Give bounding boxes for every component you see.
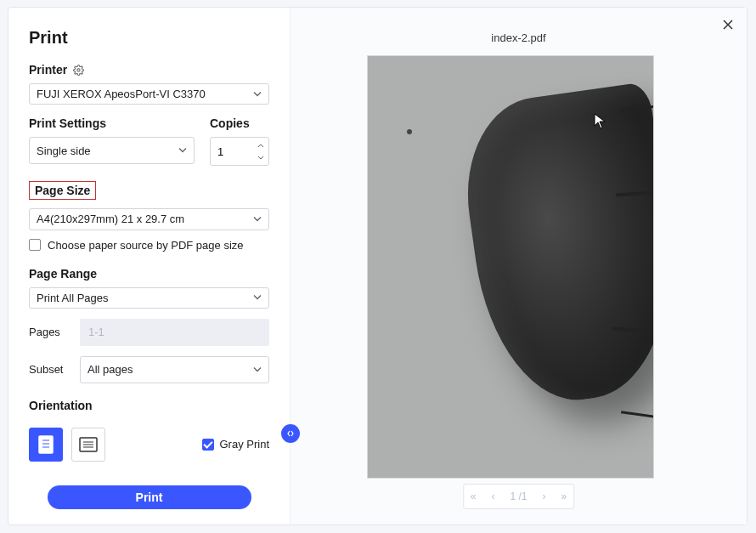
printer-label: Printer (29, 63, 67, 77)
page-next-button[interactable]: › (543, 490, 546, 502)
printer-value: FUJI XEROX ApeosPort-VI C3370 (37, 88, 206, 100)
preview-page (367, 55, 654, 479)
gray-print-checkbox[interactable] (202, 439, 214, 451)
print-settings-select[interactable]: Single side (29, 137, 195, 164)
preview-panel: index-2.pdf « ‹ 1 /1 › » (291, 8, 747, 524)
preview-filename: index-2.pdf (291, 8, 747, 44)
chevron-down-icon (253, 213, 262, 225)
close-button[interactable] (718, 14, 738, 35)
subset-label: Subset (29, 363, 70, 376)
chevron-down-icon (178, 145, 187, 157)
copies-down-button[interactable] (255, 151, 267, 163)
page-size-value: A4(210x297mm) 21 x 29.7 cm (37, 213, 184, 225)
print-settings-value: Single side (37, 145, 91, 157)
copies-label: Copies (210, 116, 269, 130)
page-range-value: Print All Pages (37, 292, 109, 304)
pages-label: Pages (29, 326, 70, 338)
chevron-down-icon (253, 88, 262, 100)
collapse-handle[interactable] (281, 424, 300, 443)
cursor-icon (594, 113, 607, 133)
svg-point-0 (77, 68, 80, 71)
copies-input[interactable]: 1 (210, 137, 269, 166)
svg-rect-1 (39, 436, 53, 453)
page-size-highlight: Page Size (29, 181, 96, 200)
printer-label-row: Printer (29, 63, 269, 77)
copies-value: 1 (217, 145, 223, 158)
page-indicator: 1 /1 (510, 490, 527, 502)
dialog-title: Print (29, 28, 269, 48)
pagination: « ‹ 1 /1 › » (463, 484, 574, 509)
orientation-label: Orientation (29, 399, 269, 412)
pages-input: 1-1 (80, 319, 269, 346)
copies-up-button[interactable] (255, 139, 267, 151)
paper-source-label: Choose paper source by PDF page size (48, 239, 244, 252)
gear-icon[interactable] (72, 64, 84, 76)
page-last-button[interactable]: » (561, 490, 567, 502)
page-first-button[interactable]: « (471, 490, 477, 502)
page-size-label: Page Size (35, 184, 90, 197)
settings-panel: Print Printer FUJI XEROX ApeosPort-VI C3… (8, 8, 291, 524)
subset-select[interactable]: All pages (80, 356, 269, 383)
print-settings-label: Print Settings (29, 116, 195, 130)
paper-source-checkbox[interactable] (29, 239, 41, 251)
page-prev-button[interactable]: ‹ (491, 490, 494, 502)
chevron-down-icon (253, 292, 262, 304)
print-button[interactable]: Print (48, 485, 251, 509)
orientation-landscape-button[interactable] (71, 428, 105, 462)
printer-select[interactable]: FUJI XEROX ApeosPort-VI C3370 (29, 83, 269, 105)
page-range-label: Page Range (29, 267, 269, 281)
page-size-select[interactable]: A4(210x297mm) 21 x 29.7 cm (29, 208, 269, 230)
chevron-down-icon (253, 363, 262, 376)
subset-value: All pages (87, 363, 133, 376)
gray-print-label: Gray Print (219, 438, 269, 451)
print-dialog: Print Printer FUJI XEROX ApeosPort-VI C3… (8, 7, 748, 525)
page-range-select[interactable]: Print All Pages (29, 287, 269, 309)
orientation-portrait-button[interactable] (29, 428, 63, 462)
